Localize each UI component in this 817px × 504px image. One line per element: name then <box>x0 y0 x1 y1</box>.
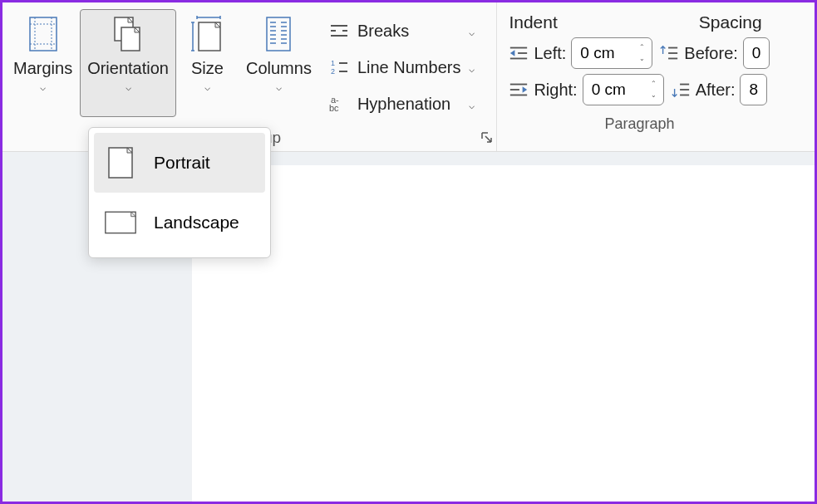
paragraph-group: Indent Spacing Left: <box>497 2 781 151</box>
columns-icon <box>265 15 292 53</box>
chevron-down-icon: ⌵ <box>40 81 46 93</box>
indent-left-value: 0 cm <box>572 41 632 66</box>
chevron-down-icon: ⌵ <box>126 81 131 93</box>
margins-label: Margins <box>13 58 72 78</box>
orientation-label: Orientation <box>87 58 169 78</box>
indent-header: Indent <box>509 12 557 32</box>
chevron-down-icon: ⌵ <box>204 81 210 93</box>
indent-right-value: 0 cm <box>583 77 643 102</box>
spin-down-button[interactable]: ⌄ <box>647 90 660 101</box>
spacing-before-icon <box>659 43 679 63</box>
orientation-icon <box>110 15 146 53</box>
size-button[interactable]: Size ⌵ <box>176 9 239 117</box>
orientation-button[interactable]: Orientation ⌵ <box>80 9 176 117</box>
spin-up-button[interactable]: ⌃ <box>647 78 660 90</box>
right-label: Right: <box>534 81 577 100</box>
spacing-after-value: 8 <box>741 77 766 102</box>
chevron-down-icon: ⌵ <box>469 100 475 111</box>
columns-label: Columns <box>246 58 312 78</box>
indent-right-icon <box>509 80 529 100</box>
hyphenation-button[interactable]: a- bc Hyphenation ⌵ <box>322 86 482 122</box>
before-label: Before: <box>684 44 737 63</box>
chevron-down-icon: ⌵ <box>469 63 475 75</box>
ribbon: Margins ⌵ Orientation ⌵ <box>2 2 815 152</box>
left-label: Left: <box>534 44 566 63</box>
indent-left-icon <box>509 43 529 63</box>
hyphenation-icon: a- bc <box>329 94 349 114</box>
line-numbers-button[interactable]: 1 2 Line Numbers ⌵ <box>322 49 482 86</box>
paragraph-group-label: Paragraph <box>604 114 674 135</box>
breaks-button[interactable]: Breaks ⌵ <box>322 12 482 49</box>
breaks-label: Breaks <box>357 22 409 41</box>
line-numbers-label: Line Numbers <box>357 58 461 77</box>
chevron-down-icon: ⌵ <box>469 27 475 38</box>
spin-up-button[interactable]: ⌃ <box>636 42 648 53</box>
line-numbers-icon: 1 2 <box>329 57 349 77</box>
svg-text:1: 1 <box>331 59 335 67</box>
indent-right-group: Right: 0 cm ⌃ ⌄ <box>509 74 663 105</box>
spacing-before-input[interactable]: 0 <box>743 37 770 69</box>
page-setup-dialog-launcher[interactable] <box>481 132 493 146</box>
svg-text:bc: bc <box>329 103 339 113</box>
portrait-icon <box>104 144 137 181</box>
document-page[interactable] <box>192 165 815 504</box>
spacing-before-value: 0 <box>744 41 770 66</box>
orientation-portrait-item[interactable]: Portrait <box>94 133 265 193</box>
size-icon <box>189 15 225 53</box>
spin-down-button[interactable]: ⌄ <box>636 53 648 65</box>
landscape-label: Landscape <box>154 213 239 232</box>
after-label: After: <box>696 81 736 100</box>
columns-button[interactable]: Columns ⌵ <box>239 9 319 117</box>
spacing-header: Spacing <box>699 12 762 32</box>
breaks-icon <box>329 21 349 41</box>
paragraph-items: Indent Spacing Left: <box>500 9 778 114</box>
spacing-after-group: After: 8 <box>671 74 767 105</box>
orientation-landscape-item[interactable]: Landscape <box>94 193 265 252</box>
margins-icon <box>27 15 60 53</box>
chevron-down-icon: ⌵ <box>276 81 282 93</box>
indent-left-input[interactable]: 0 cm ⌃ ⌄ <box>571 37 652 69</box>
margins-button[interactable]: Margins ⌵ <box>6 9 80 117</box>
spacing-after-input[interactable]: 8 <box>740 74 767 105</box>
spacing-after-icon <box>671 80 691 100</box>
portrait-label: Portrait <box>154 153 210 173</box>
spacing-before-group: Before: 0 <box>659 37 770 69</box>
svg-rect-0 <box>30 17 57 51</box>
indent-right-input[interactable]: 0 cm ⌃ ⌄ <box>583 74 664 105</box>
size-label: Size <box>191 58 224 78</box>
orientation-dropdown: Portrait Landscape <box>88 127 271 258</box>
svg-text:2: 2 <box>331 67 335 76</box>
indent-left-group: Left: 0 cm ⌃ ⌄ <box>509 37 652 69</box>
landscape-icon <box>104 204 137 241</box>
page-setup-small-buttons: Breaks ⌵ 1 2 Line Numbers ⌵ <box>319 9 485 125</box>
hyphenation-label: Hyphenation <box>357 95 450 114</box>
